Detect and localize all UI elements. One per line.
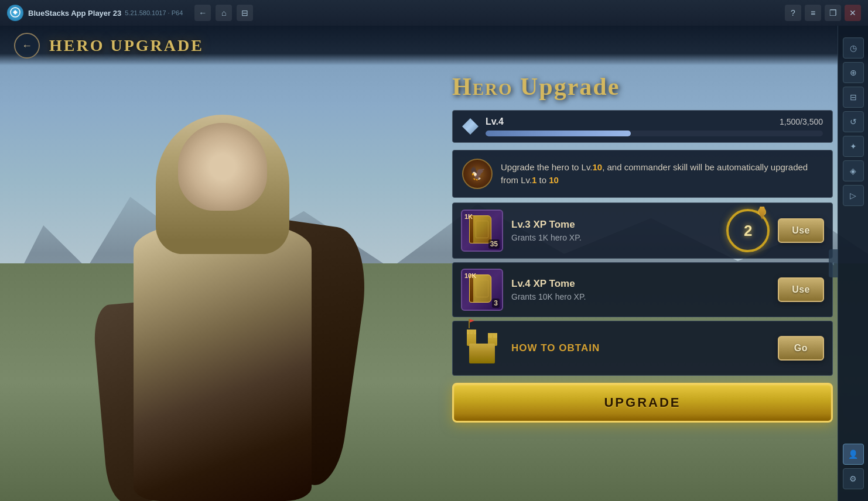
info-box: 🦅 Upgrade the hero to Lv.10, and command… [452, 150, 833, 198]
obtain-label: HOW TO OBTAIN [511, 342, 770, 354]
right-sidebar: ‹ ◷ ⊕ ⊟ ↺ ✦ ◈ ▷ 👤 ⚙ [838, 26, 868, 501]
battlement [493, 333, 497, 338]
back-icon: ← [22, 40, 32, 52]
panel-title-part1: Hero [452, 73, 513, 100]
item-xp-badge-3: 1K [464, 213, 473, 220]
battlement [488, 333, 492, 338]
battlement [474, 330, 476, 334]
restore-btn[interactable]: ❐ [825, 5, 841, 21]
castle-base [469, 344, 495, 363]
go-btn[interactable]: Go [778, 336, 824, 361]
game-header: ← Hero Upgrade [0, 26, 868, 66]
battlements-left [467, 330, 476, 334]
item-desc-tome4: Grants 10K hero XP. [511, 292, 770, 301]
item-name-tome3: Lv.3 XP Tome [511, 219, 718, 231]
item-count-badge-3: 35 [488, 239, 500, 249]
castle-icon [467, 333, 497, 363]
info-text-part1: Upgrade the hero to Lv. [501, 162, 593, 172]
item-row-tome3: 1K 35 Lv.3 XP Tome Grants 1K hero XP. 2 … [452, 203, 833, 259]
sidebar-btn-2[interactable]: ⊕ [843, 62, 864, 83]
nav-bookmark-btn[interactable]: ⊟ [237, 5, 253, 21]
obtain-row: HOW TO OBTAIN Go [452, 321, 833, 376]
sidebar-btn-5[interactable]: ✦ [843, 136, 864, 157]
book3-pattern [476, 221, 488, 238]
item-count-badge-4: 3 [492, 298, 500, 308]
logo-text [10, 7, 20, 19]
titlebar: BlueStacks App Player 23 5.21.580.1017 ·… [0, 0, 868, 26]
menu-btn[interactable]: ≡ [805, 5, 821, 21]
nav-home-btn[interactable]: ⌂ [216, 5, 232, 21]
battlement [470, 330, 473, 334]
header-title-text: Hero Upgrade [49, 36, 204, 54]
level-text-row: Lv.4 1,500/3,500 [486, 116, 823, 127]
hero-figure [47, 62, 398, 501]
level-progress-fill [486, 131, 631, 136]
panel-title: Hero Upgrade [452, 73, 833, 101]
item-icon-tome3: 1K 35 [461, 210, 503, 252]
counter-value: 2 [744, 222, 752, 240]
item-info-tome4: Lv.4 XP Tome Grants 10K hero XP. [511, 278, 770, 301]
hero-head [178, 123, 267, 211]
sidebar-btn-profile[interactable]: 👤 [843, 444, 864, 465]
info-level1: 10 [593, 162, 603, 172]
item-row-tome4: 10K 3 Lv.4 XP Tome Grants 10K hero XP. U… [452, 262, 833, 317]
level-info: Lv.4 1,500/3,500 [486, 116, 823, 136]
sidebar-expand-btn[interactable]: ‹ [829, 249, 838, 277]
level-label: Lv.4 [486, 116, 504, 127]
nav-back-btn[interactable]: ← [194, 5, 211, 21]
sidebar-btn-settings[interactable]: ⚙ [843, 468, 864, 489]
use-btn-tome3[interactable]: Use [778, 218, 824, 243]
sidebar-btn-1[interactable]: ◷ [843, 37, 864, 59]
app-version: 5.21.580.1017 · P64 [125, 9, 183, 16]
sidebar-btn-3[interactable]: ⊟ [843, 87, 864, 108]
info-level3: 10 [549, 175, 559, 185]
panel-title-part3: Upgrade [520, 73, 620, 100]
level-progress-text: 1,500/3,500 [780, 117, 823, 126]
item-info-tome3: Lv.3 XP Tome Grants 1K hero XP. [511, 219, 718, 242]
titlebar-controls: ? ≡ ❐ ✕ [785, 5, 861, 21]
info-icon: 🦅 [462, 159, 493, 189]
sidebar-btn-4[interactable]: ↺ [843, 111, 864, 132]
right-panel: Hero Upgrade Lv.4 1,500/3,500 🦅 [452, 73, 833, 423]
item-xp-badge-4: 10K [464, 272, 476, 279]
book4-pattern [476, 280, 488, 297]
wings-icon: 🦅 [470, 166, 486, 181]
info-text: Upgrade the hero to Lv.10, and commander… [501, 161, 823, 187]
castle-flag [469, 319, 470, 328]
close-btn[interactable]: ✕ [845, 5, 861, 21]
item-counter-tome3[interactable]: 2 [726, 209, 770, 252]
back-button[interactable]: ← [14, 33, 40, 59]
info-text-part3: to [536, 175, 549, 185]
app-name: BlueStacks App Player 23 [28, 9, 121, 18]
app-logo [7, 5, 23, 21]
sidebar-btn-7[interactable]: ▷ [843, 185, 864, 206]
game-header-title: Hero Upgrade [49, 36, 204, 55]
use-btn-tome4[interactable]: Use [778, 277, 824, 302]
game-area: ← Hero Upgrade Hero Upgrade Lv.4 1,500/3… [0, 26, 868, 501]
obtain-icon-box [461, 327, 503, 369]
sidebar-btn-6[interactable]: ◈ [843, 160, 864, 181]
hero-body-main [134, 222, 312, 501]
level-bar-container: Lv.4 1,500/3,500 [452, 110, 833, 143]
titlebar-nav: ← ⌂ ⊟ [194, 5, 253, 21]
battlement [467, 330, 469, 334]
hero-body [111, 103, 334, 501]
help-btn[interactable]: ? [785, 5, 801, 21]
upgrade-button[interactable]: UPGRADE [452, 383, 833, 423]
item-name-tome4: Lv.4 XP Tome [511, 278, 770, 290]
level-progress-bar [486, 131, 823, 136]
diamond-icon [462, 118, 479, 135]
item-icon-tome4: 10K 3 [461, 269, 503, 311]
battlements-right [488, 333, 497, 338]
item-desc-tome3: Grants 1K hero XP. [511, 233, 718, 242]
